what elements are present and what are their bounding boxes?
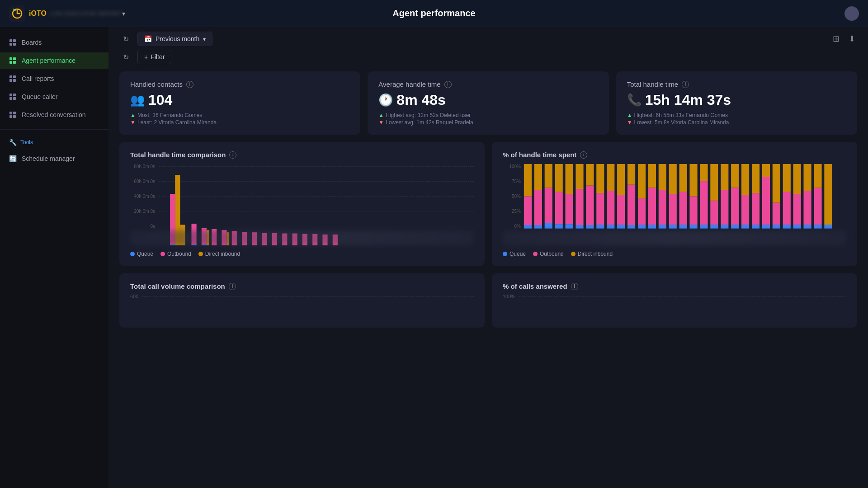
svg-rect-110 [814, 188, 821, 225]
handle-time-comparison-info-icon[interactable]: i [229, 151, 236, 159]
sidebar-item-queue-caller[interactable]: Queue caller [0, 89, 108, 105]
svg-rect-103 [793, 225, 801, 229]
user-avatar[interactable] [844, 6, 859, 21]
svg-rect-106 [803, 225, 811, 229]
legend-queue: Queue [130, 251, 153, 257]
stat-card-total-handle-time: Total handle time i 📞 15h 14m 37s ▲ High… [616, 71, 857, 135]
svg-rect-32 [545, 188, 552, 223]
chevron-down-icon: ▾ [122, 10, 125, 17]
svg-rect-101 [783, 192, 791, 225]
svg-rect-64 [659, 225, 666, 229]
sidebar-item-boards[interactable]: Boards [0, 34, 108, 51]
avg-handle-time-value: 🕐 8m 48s [378, 92, 598, 108]
handled-contacts-value: 👥 104 [130, 92, 349, 108]
page-title: Agent performance [392, 8, 475, 19]
download-button[interactable]: ⬇ [847, 32, 857, 46]
call-volume-info-icon[interactable]: i [229, 283, 236, 290]
call-reports-icon [9, 75, 16, 82]
total-handle-time-info-icon[interactable]: i [682, 81, 689, 88]
refresh-button[interactable]: ↻ [119, 33, 132, 45]
svg-rect-48 [596, 164, 604, 193]
calls-answered-info-icon[interactable]: i [571, 283, 578, 290]
total-highest-icon: ▲ [627, 112, 632, 118]
handle-time-percent-info-icon[interactable]: i [580, 151, 587, 159]
filter-button[interactable]: + Filter [137, 50, 171, 64]
svg-rect-85 [731, 225, 739, 229]
stacked-bar-22 [752, 164, 760, 229]
total-handle-time-sub: ▲ Highest: 6h 55m 33s Fernando Gomes ▼ L… [627, 112, 846, 126]
svg-rect-99 [773, 164, 780, 203]
sidebar-item-agent-performance[interactable]: Agent performance [0, 52, 108, 69]
stacked-bar-29 [824, 164, 832, 229]
svg-rect-78 [700, 164, 708, 181]
calendar-icon: 📅 [144, 35, 152, 42]
svg-rect-87 [731, 164, 739, 188]
stacked-bar-14 [669, 164, 677, 229]
svg-rect-27 [524, 164, 532, 196]
total-time-phone-icon: 📞 [627, 93, 642, 107]
sidebar-item-schedule-manager[interactable]: 🔄 Schedule manager [0, 150, 108, 167]
boards-icon [9, 39, 16, 46]
svg-rect-50 [607, 191, 614, 225]
svg-rect-75 [689, 164, 697, 196]
svg-rect-96 [762, 164, 770, 177]
svg-rect-74 [689, 196, 697, 225]
sidebar-item-resolved-conversation[interactable]: Resolved conversation [0, 107, 108, 123]
topbar-dropdown[interactable]: ▾ [122, 10, 125, 17]
avg-time-clock-icon: 🕐 [378, 93, 393, 107]
svg-rect-76 [700, 225, 708, 229]
avg-handle-time-sub: ▲ Highest avg: 12m 52s Deleted user ▼ Lo… [378, 112, 598, 126]
refresh-button-2[interactable]: ↻ [119, 51, 132, 63]
handled-contacts-person-icon: 👥 [130, 93, 145, 107]
svg-rect-81 [710, 164, 718, 201]
stat-card-avg-handle-time: Average handle time i 🕐 8m 48s ▲ Highest… [368, 71, 609, 135]
svg-rect-107 [803, 191, 811, 225]
chart-calls-answered: % of calls answered i 100% [492, 273, 857, 328]
blurred-x-labels [130, 230, 474, 245]
chart-panels-row1: Total handle time comparison i 80h 0m 0s… [119, 142, 857, 266]
stacked-bar-7 [596, 164, 604, 229]
svg-rect-63 [648, 164, 656, 188]
expand-button[interactable]: ⊞ [831, 32, 841, 46]
stat-card-handled-contacts: Handled contacts i 👥 104 ▲ Most: 36 Fern… [119, 71, 360, 135]
svg-rect-97 [773, 225, 780, 229]
svg-rect-49 [607, 225, 614, 229]
stacked-bar-28 [814, 164, 821, 229]
svg-rect-73 [689, 225, 697, 229]
outbound-dot [160, 252, 165, 256]
stacked-bar-1 [534, 164, 542, 229]
stacked-bar-16 [689, 164, 697, 229]
queue-dot [130, 252, 135, 256]
stacked-bar-11 [638, 164, 646, 229]
period-button[interactable]: 📅 Previous month [137, 32, 212, 46]
handled-contacts-info-icon[interactable]: i [186, 81, 193, 88]
sidebar: Boards Agent performance Call reports Qu… [0, 27, 108, 488]
svg-rect-55 [627, 225, 635, 229]
tools-section-label: 🔧 Tools [0, 136, 108, 149]
outbound-dot-2 [533, 252, 538, 256]
svg-rect-82 [721, 225, 728, 229]
svg-rect-91 [752, 225, 760, 229]
svg-rect-44 [586, 186, 594, 225]
content-area: ↻ 📅 Previous month ⊞ ⬇ ↻ + Filter [108, 27, 868, 488]
sidebar-item-call-reports[interactable]: Call reports [0, 70, 108, 87]
stacked-bar-21 [741, 164, 749, 229]
svg-rect-93 [752, 164, 760, 193]
svg-rect-109 [814, 225, 821, 229]
svg-rect-94 [762, 225, 770, 229]
svg-rect-28 [534, 225, 542, 229]
svg-rect-45 [586, 164, 594, 186]
svg-rect-71 [679, 192, 687, 225]
handled-contacts-title: Handled contacts i [130, 80, 349, 88]
svg-rect-86 [731, 188, 739, 225]
highest-avg-icon: ▲ [378, 112, 384, 118]
svg-rect-37 [566, 224, 573, 229]
chart-handle-time-percent: % of handle time spent i 100% 75% 50% 25… [492, 142, 857, 266]
avg-handle-time-title: Average handle time i [378, 80, 598, 88]
handled-contacts-sub: ▲ Most: 36 Fernando Gomes ▼ Least: 2 Vit… [130, 112, 349, 126]
resolved-conv-icon [9, 111, 16, 118]
stacked-bar-4 [566, 164, 573, 229]
total-handle-time-title: Total handle time i [627, 80, 846, 88]
avg-handle-time-info-icon[interactable]: i [444, 81, 452, 88]
svg-rect-33 [545, 164, 552, 188]
